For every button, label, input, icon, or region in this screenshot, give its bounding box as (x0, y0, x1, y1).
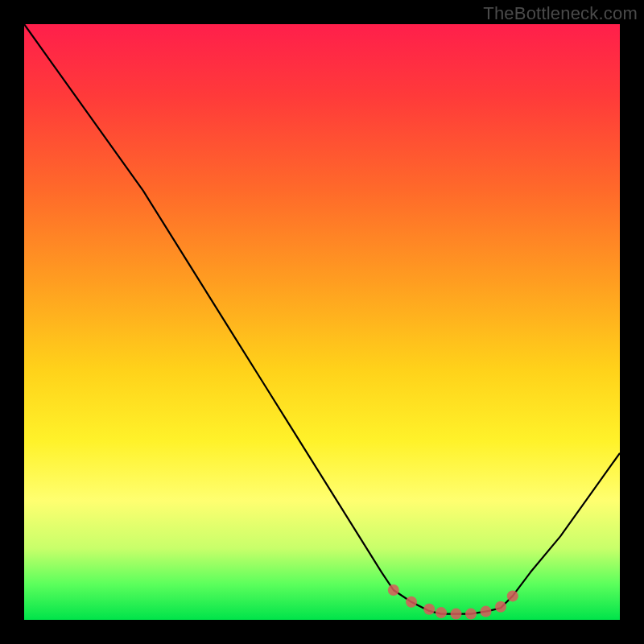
optimal-marker-dot (423, 604, 435, 615)
optimal-marker-dot (436, 607, 447, 618)
chart-svg (24, 24, 620, 620)
optimal-markers (388, 584, 518, 620)
chart-area (24, 24, 620, 620)
optimal-marker-dot (465, 609, 477, 620)
optimal-marker-dot (495, 601, 506, 613)
optimal-marker-dot (507, 590, 518, 601)
bottleneck-curve-line (24, 24, 620, 614)
outer-black-frame: TheBottleneck.com (0, 0, 644, 644)
watermark-text: TheBottleneck.com (483, 3, 638, 24)
optimal-marker-dot (388, 584, 399, 596)
optimal-marker-dot (481, 606, 492, 617)
optimal-marker-dot (406, 597, 417, 608)
optimal-marker-dot (451, 609, 462, 620)
